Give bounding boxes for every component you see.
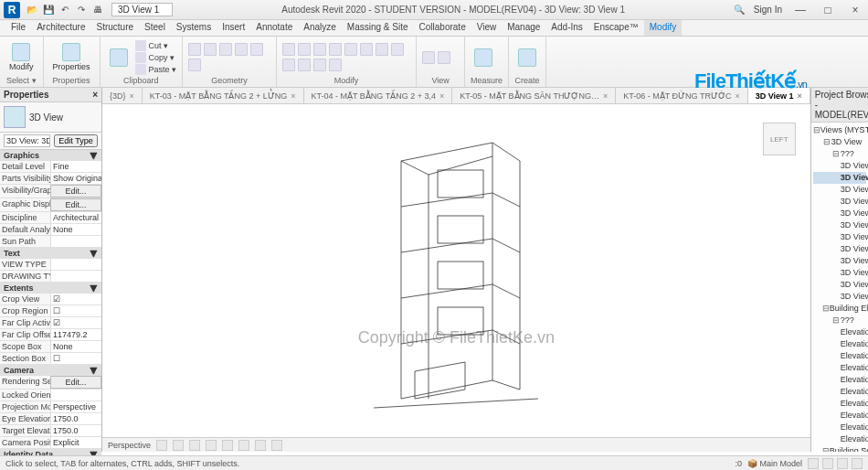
close-tab-icon[interactable]: × bbox=[439, 91, 444, 101]
prop-value[interactable] bbox=[50, 236, 101, 247]
ribbon-tab-analyze[interactable]: Analyze bbox=[298, 20, 342, 36]
prop-value[interactable]: Show Original bbox=[50, 173, 101, 184]
tree-node[interactable]: ⊟3D View bbox=[813, 136, 866, 148]
prop-value[interactable] bbox=[50, 259, 101, 270]
detail-icon[interactable] bbox=[156, 440, 167, 451]
qat-open-icon[interactable]: 📂 bbox=[26, 4, 38, 16]
ribbon-tab-architecture[interactable]: Architecture bbox=[31, 20, 90, 36]
tool-icon[interactable] bbox=[250, 43, 263, 56]
twisty-icon[interactable]: ⊟ bbox=[813, 124, 820, 136]
paste-dd-button[interactable]: Paste ▾ bbox=[135, 64, 177, 75]
ribbon-tab-view[interactable]: View bbox=[471, 20, 503, 36]
ribbon-tab-manage[interactable]: Manage bbox=[502, 20, 545, 36]
cope-icon[interactable] bbox=[188, 43, 201, 56]
tree-node[interactable]: Elevation: Elevation 3 - a bbox=[813, 362, 866, 374]
tree-node[interactable]: 3D View: 3D View 1 bbox=[813, 172, 866, 184]
join-icon[interactable] bbox=[219, 43, 232, 56]
maximize-button[interactable]: □ bbox=[819, 4, 837, 16]
tree-node[interactable]: ⊟Building Section bbox=[813, 445, 866, 452]
scale-icon[interactable] bbox=[391, 43, 404, 56]
array-icon[interactable] bbox=[376, 43, 388, 56]
override-icon[interactable] bbox=[438, 51, 450, 64]
doc-tab[interactable]: KT-05 - MẶT BẰNG SÂN THƯỢNG…× bbox=[452, 88, 616, 103]
qat-save-icon[interactable]: 💾 bbox=[42, 4, 55, 16]
tree-node[interactable]: Elevation: Elevation 1 - a bbox=[813, 338, 866, 350]
ribbon-tab-modify[interactable]: Modify bbox=[644, 20, 682, 36]
tree-node[interactable]: ⊟??? bbox=[813, 148, 866, 160]
prop-value[interactable]: Perspective bbox=[50, 401, 101, 412]
align-icon[interactable] bbox=[298, 59, 311, 71]
tree-node[interactable]: 3D View: 3D View 2 bbox=[813, 184, 866, 196]
tree-node[interactable]: 3D View: 3D MÁI KÍNH bbox=[813, 160, 866, 172]
mirror-icon[interactable] bbox=[329, 43, 342, 56]
tree-node[interactable]: 3D View: PHỐI CẢNH TẦNG 2-5 (01) bbox=[813, 219, 866, 231]
tree-node[interactable]: Elevation: East bbox=[813, 326, 866, 338]
sync-icon[interactable] bbox=[852, 458, 863, 469]
tree-node[interactable]: Elevation: MẶT TRƯỚC bbox=[813, 398, 866, 410]
type-selector[interactable]: 3D View bbox=[0, 102, 101, 133]
pin-icon[interactable] bbox=[313, 59, 326, 71]
reveal-icon[interactable] bbox=[271, 440, 282, 451]
doc-tab[interactable]: KT-03 - MẶT BẰNG TẦNG 2 + LỬNG× bbox=[143, 88, 304, 103]
prop-value[interactable]: Edit... bbox=[50, 376, 101, 389]
trim-icon[interactable] bbox=[344, 43, 357, 56]
twisty-icon[interactable]: ⊟ bbox=[822, 136, 831, 148]
tree-node[interactable]: ⊟Views (MYSTYLE) bbox=[813, 124, 866, 136]
prop-value[interactable]: Fine bbox=[50, 161, 101, 172]
create-button[interactable] bbox=[514, 47, 540, 69]
ribbon-tab-annotate[interactable]: Annotate bbox=[250, 20, 298, 36]
prop-value[interactable]: 1750.0 bbox=[50, 425, 101, 436]
prop-value[interactable]: Edit... bbox=[50, 198, 101, 211]
tool-icon[interactable] bbox=[188, 59, 201, 71]
close-icon[interactable]: × bbox=[92, 90, 98, 100]
prop-value[interactable]: 117479.2 bbox=[50, 329, 101, 340]
render-icon[interactable] bbox=[222, 440, 233, 451]
delete-icon[interactable] bbox=[329, 59, 342, 71]
cut-geom-icon[interactable] bbox=[204, 43, 217, 56]
ribbon-tab-structure[interactable]: Structure bbox=[90, 20, 139, 36]
shadow-icon[interactable] bbox=[206, 440, 217, 451]
tool-icon[interactable] bbox=[235, 43, 248, 56]
tree-node[interactable]: 3D View: PHỐI CẢNH CỔNG bbox=[813, 208, 866, 219]
ribbon-tab-systems[interactable]: Systems bbox=[171, 20, 217, 36]
prop-value[interactable]: Architectural bbox=[50, 212, 101, 223]
prop-value[interactable]: Explicit bbox=[50, 437, 101, 448]
qat-redo-icon[interactable]: ↷ bbox=[75, 4, 88, 16]
tree-node[interactable]: ⊟Building Elevation bbox=[813, 303, 866, 315]
tree-node[interactable]: Elevation: West Copy 1 bbox=[813, 433, 866, 445]
tree-node[interactable]: 3D View: {3D} Copy 2 bbox=[813, 279, 866, 291]
twisty-icon[interactable]: ⊟ bbox=[822, 303, 830, 315]
prop-value[interactable]: 1750.0 bbox=[50, 413, 101, 424]
worksets-icon[interactable] bbox=[822, 458, 833, 469]
view-selector-dropdown[interactable]: 3D View 1 bbox=[111, 3, 173, 16]
sign-in-link[interactable]: Sign In bbox=[754, 5, 782, 15]
paste-button[interactable] bbox=[106, 47, 132, 69]
modify-button[interactable]: Modify bbox=[5, 41, 37, 73]
search-icon[interactable]: 🔍 bbox=[734, 5, 745, 15]
prop-value[interactable]: ☐ bbox=[50, 305, 101, 316]
close-tab-icon[interactable]: × bbox=[130, 91, 134, 101]
prop-group-header[interactable]: Camera⯆ bbox=[0, 365, 101, 376]
tree-node[interactable]: Elevation: Elevation 2 - a bbox=[813, 350, 866, 362]
properties-button[interactable]: Properties bbox=[49, 41, 94, 73]
rotate-icon[interactable] bbox=[313, 43, 326, 56]
visual-icon[interactable] bbox=[173, 440, 184, 451]
crop-icon[interactable] bbox=[238, 440, 249, 451]
split-icon[interactable] bbox=[360, 43, 373, 56]
doc-tab[interactable]: KT-04 - MẶT BẰNG TẦNG 2 + 3,4× bbox=[304, 88, 453, 103]
hide-icon[interactable] bbox=[422, 51, 435, 64]
filter-icon[interactable] bbox=[808, 458, 819, 469]
ribbon-tab-addins[interactable]: Add-Ins bbox=[545, 20, 587, 36]
move-icon[interactable] bbox=[282, 43, 295, 56]
twisty-icon[interactable]: ⊟ bbox=[822, 445, 830, 452]
sun-icon[interactable] bbox=[189, 440, 200, 451]
tree-node[interactable]: Elevation: North bbox=[813, 410, 866, 422]
ribbon-tab-file[interactable]: File bbox=[5, 20, 31, 36]
editable-icon[interactable] bbox=[837, 458, 848, 469]
prop-group-header[interactable]: Text⯆ bbox=[0, 248, 101, 259]
ribbon-tab-massingsite[interactable]: Massing & Site bbox=[342, 20, 414, 36]
close-button[interactable]: × bbox=[846, 4, 864, 16]
tree-node[interactable]: ⊟??? bbox=[813, 315, 866, 326]
tree-node[interactable]: 3D View: {3D} Copy 1 bbox=[813, 255, 866, 267]
measure-button[interactable] bbox=[471, 47, 496, 69]
